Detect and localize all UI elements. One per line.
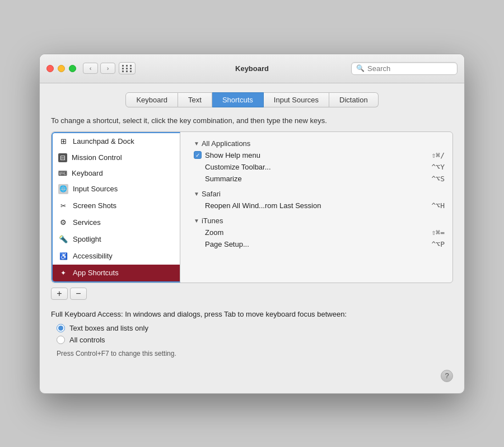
bottom-row: ? xyxy=(51,363,453,382)
shortcut-key-zoom: ⇧⌘= xyxy=(432,228,445,237)
shortcut-label-summarize: Summarize xyxy=(205,175,432,183)
titlebar: ‹ › Keyboard 🔍 xyxy=(40,54,464,83)
full-kb-access-label: Full Keyboard Access: In windows and dia… xyxy=(51,310,453,318)
group-label-all-applications: All Applications xyxy=(202,139,250,148)
sidebar-item-launchpad[interactable]: ⊞ Launchpad & Dock xyxy=(53,133,180,150)
radio-inner-text-boxes xyxy=(58,326,63,331)
app-shortcuts-icon: ✦ xyxy=(58,268,68,278)
radio-label-all-controls: All controls xyxy=(69,336,105,344)
input-sources-icon: 🌐 xyxy=(58,184,68,194)
collapse-arrow-itunes[interactable]: ▼ xyxy=(194,218,199,224)
sidebar-item-services[interactable]: ⚙ Services xyxy=(53,214,180,231)
shortcuts-panel: ▼ All Applications ✓ Show Help menu ⇧⌘/ … xyxy=(186,132,452,283)
forward-icon: › xyxy=(107,65,109,72)
sidebar-item-mission-control[interactable]: ⊟ Mission Control xyxy=(53,150,180,166)
main-split: ⊞ Launchpad & Dock ⊟ Mission Control ⌨ K… xyxy=(51,131,453,283)
spotlight-icon: 🔦 xyxy=(58,234,68,244)
radio-group-kb-access: Text boxes and lists only All controls xyxy=(51,324,453,344)
group-all-applications: ▼ All Applications ✓ Show Help menu ⇧⌘/ … xyxy=(192,138,447,185)
sidebar-item-accessibility[interactable]: ♿ Accessibility xyxy=(53,248,180,265)
sidebar-label-keyboard: Keyboard xyxy=(72,169,103,177)
tab-keyboard[interactable]: Keyboard xyxy=(125,92,178,107)
back-button[interactable]: ‹ xyxy=(83,63,98,74)
radio-circle-all-controls[interactable] xyxy=(57,336,65,344)
accessibility-icon: ♿ xyxy=(58,251,68,261)
add-shortcut-button[interactable]: + xyxy=(51,288,68,300)
sidebar-label-launchpad: Launchpad & Dock xyxy=(73,137,134,145)
collapse-arrow-safari[interactable]: ▼ xyxy=(194,191,199,197)
group-itunes: ▼ iTunes Zoom ⇧⌘= Page Setup... ^⌥P xyxy=(192,215,447,250)
close-button[interactable] xyxy=(46,65,54,72)
tab-bar: Keyboard Text Shortcuts Input Sources Di… xyxy=(51,92,453,107)
maximize-button[interactable] xyxy=(69,65,76,72)
add-remove-buttons: + − xyxy=(51,288,453,300)
shortcut-show-help[interactable]: ✓ Show Help menu ⇧⌘/ xyxy=(192,149,447,161)
forward-button[interactable]: › xyxy=(100,63,115,74)
sidebar-item-input-sources[interactable]: 🌐 Input Sources xyxy=(53,181,180,197)
content-area: Keyboard Text Shortcuts Input Sources Di… xyxy=(40,83,464,393)
services-icon: ⚙ xyxy=(58,218,68,228)
search-box[interactable]: 🔍 xyxy=(351,62,458,75)
radio-text-boxes[interactable]: Text boxes and lists only xyxy=(57,324,453,332)
launchpad-icon: ⊞ xyxy=(58,137,68,147)
screen-shots-icon: ✂ xyxy=(58,201,68,211)
sidebar: ⊞ Launchpad & Dock ⊟ Mission Control ⌨ K… xyxy=(52,132,180,283)
instruction-text: To change a shortcut, select it, click t… xyxy=(51,116,453,125)
sidebar-label-screen-shots: Screen Shots xyxy=(73,201,116,210)
group-header-all-applications: ▼ All Applications xyxy=(192,138,447,149)
keyboard-icon: ⌨ xyxy=(58,170,67,176)
radio-label-text-boxes: Text boxes and lists only xyxy=(69,324,148,332)
collapse-arrow-all-applications[interactable]: ▼ xyxy=(194,140,199,147)
keyboard-window: ‹ › Keyboard 🔍 Keyboard Text Shortcuts I… xyxy=(39,54,465,394)
search-icon: 🔍 xyxy=(356,64,365,72)
shortcut-label-zoom: Zoom xyxy=(205,228,432,237)
checkmark-icon: ✓ xyxy=(194,151,202,159)
sidebar-label-input-sources: Input Sources xyxy=(73,185,118,193)
shortcut-label-show-help: Show Help menu xyxy=(205,151,432,159)
grid-button[interactable] xyxy=(119,62,136,74)
shortcut-zoom[interactable]: Zoom ⇧⌘= xyxy=(192,227,447,238)
shortcut-reopen-windows[interactable]: Reopen All Wind...rom Last Session ^⌥H xyxy=(192,200,447,211)
grid-icon xyxy=(122,65,133,72)
shortcut-customize-toolbar[interactable]: Customize Toolbar... ^⌥Y xyxy=(192,161,447,173)
sidebar-item-screen-shots[interactable]: ✂ Screen Shots xyxy=(53,197,180,214)
sidebar-item-app-shortcuts[interactable]: ✦ App Shortcuts xyxy=(53,265,180,281)
tab-text[interactable]: Text xyxy=(178,92,212,107)
shortcut-label-page-setup: Page Setup... xyxy=(205,240,432,248)
sidebar-item-keyboard[interactable]: ⌨ Keyboard xyxy=(53,166,180,181)
help-button[interactable]: ? xyxy=(441,370,453,382)
shortcut-label-reopen-windows: Reopen All Wind...rom Last Session xyxy=(205,201,432,210)
nav-buttons: ‹ › xyxy=(83,63,115,74)
hint-text: Press Control+F7 to change this setting. xyxy=(51,350,453,357)
traffic-lights xyxy=(46,65,76,72)
sidebar-item-spotlight[interactable]: 🔦 Spotlight xyxy=(53,231,180,248)
window-title: Keyboard xyxy=(235,64,269,73)
tab-dictation[interactable]: Dictation xyxy=(329,92,379,107)
shortcut-key-show-help: ⇧⌘/ xyxy=(432,151,445,159)
shortcut-key-summarize: ^⌥S xyxy=(432,175,445,183)
minimize-button[interactable] xyxy=(58,65,65,72)
back-icon: ‹ xyxy=(90,65,92,72)
group-safari: ▼ Safari Reopen All Wind...rom Last Sess… xyxy=(192,188,447,211)
tab-input-sources[interactable]: Input Sources xyxy=(264,92,329,107)
checkbox-show-help[interactable]: ✓ xyxy=(194,151,202,159)
full-keyboard-access-section: Full Keyboard Access: In windows and dia… xyxy=(51,310,453,357)
shortcut-summarize[interactable]: Summarize ^⌥S xyxy=(192,173,447,185)
radio-all-controls[interactable]: All controls xyxy=(57,336,453,344)
radio-circle-text-boxes[interactable] xyxy=(57,324,65,332)
shortcut-key-page-setup: ^⌥P xyxy=(432,240,445,248)
sidebar-label-app-shortcuts: App Shortcuts xyxy=(73,269,119,277)
sidebar-label-mission-control: Mission Control xyxy=(72,153,122,162)
tab-shortcuts[interactable]: Shortcuts xyxy=(212,92,264,107)
search-input[interactable] xyxy=(367,64,446,73)
remove-shortcut-button[interactable]: − xyxy=(70,288,87,300)
group-header-itunes: ▼ iTunes xyxy=(192,215,447,227)
shortcut-label-customize-toolbar: Customize Toolbar... xyxy=(205,163,432,171)
group-label-safari: Safari xyxy=(202,190,221,198)
sidebar-label-accessibility: Accessibility xyxy=(73,252,113,260)
shortcut-page-setup[interactable]: Page Setup... ^⌥P xyxy=(192,238,447,250)
shortcut-key-customize-toolbar: ^⌥Y xyxy=(432,163,445,171)
sidebar-label-services: Services xyxy=(73,218,101,227)
sidebar-label-spotlight: Spotlight xyxy=(73,235,101,243)
mission-control-icon: ⊟ xyxy=(58,153,67,162)
